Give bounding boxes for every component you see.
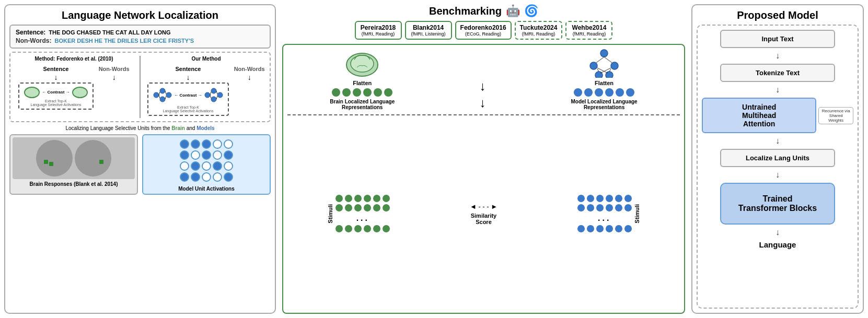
bottom-label: Localizing Language Selective Units from… [9,125,271,131]
sb5 [615,195,622,202]
unit-cell [202,172,211,182]
green-dots-row-1 [335,195,390,202]
stacked-green-dots: ... [335,195,390,232]
brain-mri [13,137,135,179]
sb10 [606,204,613,211]
brain-repr-label: Brain Localized LanguageRepresentations [330,99,395,110]
mdot-2 [584,88,593,97]
svg-point-6 [160,97,165,102]
flow-arrow-4: ↓ [776,170,780,180]
svg-line-11 [165,96,166,99]
sb15 [596,225,604,232]
left-arrow-dashed: ◄ - - - ► [470,203,497,210]
mri-dot-3 [99,160,103,164]
brain-svg-right [72,86,88,98]
right-section: Proposed Model Input Text ↓ Tokenize Tex… [691,4,864,314]
model-dots-row [574,88,634,97]
our-method-diagram: Sentence ↓ [147,66,264,116]
our-method-box: Our Method Sentence ↓ [147,56,265,118]
brain-side-col: Flatten Brain Localized LanguageRepresen… [330,49,395,110]
left-stimuli-group: Stimuli [327,195,390,232]
benchmark-pereira: Pereira2018 (fMRI, Reading) [355,21,402,40]
method-divider [140,56,141,118]
unit-cell [224,172,233,182]
green-dots-row-3 [335,225,390,232]
trained-label: TrainedTransformer Blocks [738,194,817,213]
unit-cell [224,161,233,171]
nonwords-word-old: Non-Words [99,66,130,72]
svg-point-23 [590,62,597,69]
svg-line-16 [210,92,211,95]
ellipsis-green: ... [335,214,390,223]
model-network-svg [586,49,622,78]
middle-arrow: ↓ ↓ [480,63,486,110]
unit-cell [213,161,222,171]
svg-line-18 [216,91,217,94]
flow-arrow-3: ↓ [776,136,780,146]
brain-mri-inner [36,140,111,176]
stimuli-label-right: Stimuli [634,204,640,223]
brain-large-svg [344,49,380,78]
model-side-col: Flatten Model Localized LanguageRepresen… [571,49,637,110]
sentence-word: Sentence [43,66,68,72]
sg2 [345,195,352,202]
model-unit-label: Model Unit Activations [178,186,234,192]
nonwords-col-our: Non-Words ↓ [234,66,265,81]
unit-cell [180,161,189,171]
recurrence-label: Recurrence viaShared Weights [822,109,850,123]
flatten-label-model: Flatten [595,80,614,86]
flow-arrow-1: ↓ [776,51,780,61]
unit-cell [202,150,211,160]
unit-cell [224,150,233,160]
and-text: and [187,125,196,131]
nonwords-col-old: Non-Words ↓ [99,66,130,81]
svg-point-7 [166,92,171,98]
sb14 [587,225,594,232]
attention-row: UntrainedMultiheadAttention Recurrence v… [702,98,853,133]
localize-box: Localize Lang Units [720,149,835,167]
sg1 [335,195,343,202]
unit-cell [191,161,200,171]
down-arrow-1: ↓ [480,79,486,93]
dot-6 [384,88,392,97]
fedorenko-name: Fedorenko2016 [460,24,506,31]
blank-sub: (fMRI, Listening) [410,31,447,37]
sg10 [364,204,371,211]
benchmarks-row: Pereira2018 (fMRI, Reading) Blank2014 (f… [282,21,685,40]
pereira-name: Pereira2018 [360,24,397,31]
blank-name: Blank2014 [410,24,447,31]
left-section: Language Network Localization Sentence: … [4,4,276,314]
unit-cell [213,172,222,182]
green-dots-row-2 [335,204,390,211]
svg-point-14 [211,97,216,102]
brain-dots-row [332,88,392,97]
unit-grid [180,139,233,182]
input-text-box: Input Text [720,30,835,48]
arrow-down-3: ↓ [186,74,190,81]
pereira-sub: (fMRI, Reading) [360,31,397,37]
sg5 [373,195,380,202]
flow-arrow-2: ↓ [776,85,780,95]
arrow-down-1: ↓ [54,74,57,81]
brain-svg-left [24,86,40,98]
mdot-4 [605,88,614,97]
untrained-label: UntrainedMultiheadAttention [742,103,776,128]
sb1 [577,195,585,202]
topk-label-2: Extract Top-KLanguage Selective Activati… [163,105,214,113]
similarity-label: SimilarityScore [471,213,497,225]
svg-point-21 [351,55,374,72]
sb9 [596,204,604,211]
sentence-text: THE DOG CHASED THE CAT ALL DAY LONG [49,29,170,36]
sentence-col: Sentence ↓ ← Contrast → [18,66,93,110]
unit-cell [191,172,200,182]
dot-1 [332,88,340,97]
similarity-section: ◄ - - - ► SimilarityScore [470,203,497,225]
sb6 [624,195,632,202]
model-flow: Input Text ↓ Tokenize Text ↓ UntrainedMu… [702,30,853,303]
benchmark-wehbe: Wehbe2014 (fMRI, Reading) [565,21,612,40]
fedorenko-sub: (ECoG, Reading) [460,31,506,37]
svg-point-13 [211,88,216,93]
mdot-5 [616,88,624,97]
nonwords-word-our2: Non-Words [234,66,265,72]
sb4 [606,195,613,202]
